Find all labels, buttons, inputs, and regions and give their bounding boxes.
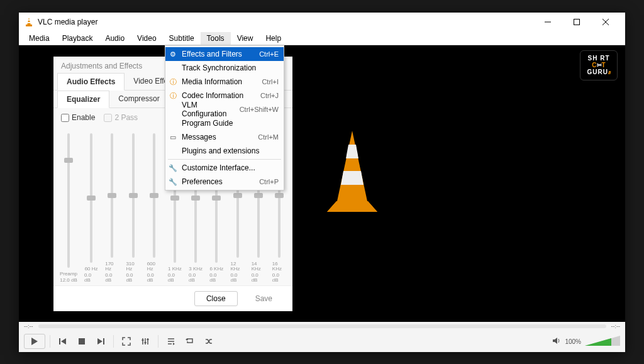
svg-rect-22 [142,339,144,341]
watermark-line2: C✂T [592,62,605,69]
enable-checkbox[interactable] [61,114,69,122]
vlc-cone-icon [24,17,34,27]
svg-marker-10 [337,131,367,201]
speech-icon: ▭ [169,133,177,141]
band-slider-60hz[interactable]: 60 Hz0.0 dB [84,131,98,283]
svg-rect-14 [59,338,60,345]
svg-rect-18 [103,338,104,345]
menu-media[interactable]: Media [23,32,56,45]
time-total: --:-- [611,323,621,329]
maximize-button[interactable] [562,13,591,31]
close-panel-button[interactable]: Close [194,291,238,306]
info-icon: ⓘ [169,77,177,87]
separator [50,335,50,348]
titlebar: VLC media player [19,13,625,31]
menu-subtitle[interactable]: Subtitle [163,32,201,45]
svg-marker-29 [186,338,187,341]
svg-marker-11 [346,145,358,158]
band-slider-310hz[interactable]: 310 Hz0.0 dB [126,131,140,283]
prev-button[interactable] [55,334,71,349]
minimize-button[interactable] [533,13,562,31]
volume-control: 100% [552,336,620,347]
seek-bar[interactable] [38,324,606,328]
info-icon: ⓘ [169,91,177,101]
playback-controls: 100% [19,331,625,352]
band-slider-600hz[interactable]: 600 Hz0.0 dB [147,131,161,283]
svg-rect-1 [26,25,32,26]
svg-marker-15 [61,338,66,345]
sliders-icon: ⚙ [169,50,177,58]
svg-marker-12 [341,171,364,185]
menu-help[interactable]: Help [259,32,287,45]
svg-rect-24 [147,339,149,340]
close-button[interactable] [591,13,620,31]
menu-tools[interactable]: Tools [201,32,231,45]
svg-rect-3 [28,22,31,23]
svg-marker-0 [27,18,31,25]
volume-slider[interactable] [585,336,620,347]
tab-equalizer[interactable]: Equalizer [57,91,109,108]
tab-audio-effects[interactable]: Audio Effects [57,73,125,91]
volume-label: 100% [565,338,581,345]
time-elapsed: --:-- [24,323,33,329]
fullscreen-button[interactable] [118,334,135,349]
menu-audio[interactable]: Audio [99,32,131,45]
menu-customize-interface[interactable]: 🔧Customize Interface... [165,161,284,175]
menu-media-info[interactable]: ⓘMedia InformationCtrl+I [165,75,284,89]
enable-checkbox-label[interactable]: Enable [61,113,95,122]
vlc-logo-icon [314,127,390,215]
svg-marker-17 [97,338,103,345]
tab-compressor[interactable]: Compressor [109,91,168,108]
preamp-slider[interactable]: Preamp 12.0 dB [60,131,77,283]
svg-marker-28 [173,343,175,345]
menu-view[interactable]: View [231,32,260,45]
menu-messages[interactable]: ▭MessagesCtrl+M [165,130,284,144]
menu-vlm-config[interactable]: VLM ConfigurationCtrl+Shift+W [165,102,284,116]
band-slider-170hz[interactable]: 170 Hz0.0 dB [105,131,119,283]
extended-settings-button[interactable] [137,334,153,349]
svg-marker-13 [31,338,38,345]
wrench-icon: 🔧 [169,164,177,172]
loop-button[interactable] [182,334,198,349]
svg-marker-32 [585,338,611,346]
menu-track-sync[interactable]: Track Synchronization [165,61,284,75]
menu-program-guide[interactable]: Program Guide [165,116,284,130]
menu-playback[interactable]: Playback [56,32,99,45]
shuffle-button[interactable] [201,334,217,349]
menu-video[interactable]: Video [131,32,162,45]
svg-rect-16 [79,338,85,345]
menubar: Media Playback Audio Video Subtitle Tool… [19,31,625,45]
video-area: SH RT C✂T GURU/// Adjustments and Effect… [19,45,625,322]
window-controls [533,13,620,31]
menu-preferences[interactable]: 🔧PreferencesCtrl+P [165,175,284,189]
svg-rect-5 [574,19,580,25]
next-button[interactable] [92,334,109,349]
menu-effects-filters[interactable]: ⚙Effects and FiltersCtrl+E [165,47,284,61]
svg-marker-30 [553,338,557,344]
two-pass-checkbox[interactable] [104,114,112,122]
watermark-line1: SH RT [588,55,610,62]
separator [158,335,158,348]
speaker-icon[interactable] [552,336,561,346]
seek-bar-row: --:-- --:-- [19,322,625,331]
watermark-line3: GURU/// [587,69,610,76]
separator [113,335,114,348]
menu-separator [168,159,281,160]
tools-dropdown: ⚙Effects and FiltersCtrl+E Track Synchro… [165,45,284,190]
stop-button[interactable] [74,334,90,349]
two-pass-checkbox-label[interactable]: 2 Pass [104,113,138,122]
menu-plugins[interactable]: Plugins and extensions [165,144,284,158]
svg-rect-23 [145,342,147,343]
window-title: VLC media player [38,18,533,26]
play-button[interactable] [24,334,45,349]
svg-rect-2 [28,19,30,21]
svg-marker-9 [327,201,377,212]
app-window: VLC media player Media Playback Audio Vi… [19,13,625,352]
playlist-button[interactable] [163,334,179,349]
save-panel-button[interactable]: Save [244,291,284,306]
wrench-icon: 🔧 [169,178,177,186]
watermark-logo: SH RT C✂T GURU/// [580,50,618,80]
panel-footer: Close Save [53,285,292,311]
